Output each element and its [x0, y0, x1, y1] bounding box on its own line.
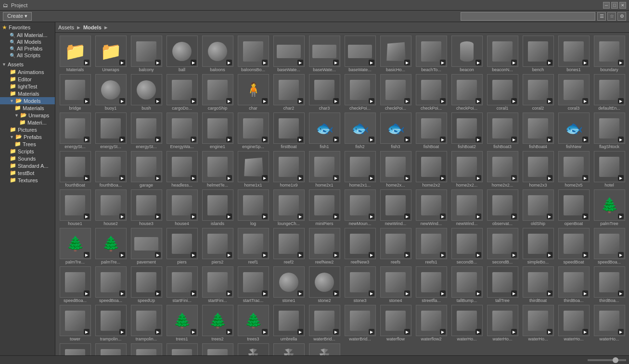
play-button[interactable]: ▶ — [226, 290, 232, 296]
asset-item[interactable]: ▶beaconN... — [486, 36, 519, 72]
asset-item[interactable]: ▶stone1 — [272, 266, 306, 303]
play-button[interactable]: ▶ — [369, 329, 374, 335]
asset-item[interactable]: ▶startFini... — [165, 266, 199, 303]
play-button[interactable]: ▶ — [404, 213, 410, 219]
asset-item[interactable]: 🌲▶palmTre... — [94, 228, 128, 264]
asset-item[interactable]: ▶secondB... — [486, 228, 519, 264]
play-button[interactable]: ▶ — [511, 329, 517, 335]
play-button[interactable]: ▶ — [297, 60, 303, 65]
play-button[interactable]: ▶ — [297, 175, 303, 181]
asset-item[interactable]: ▶baseWate... — [343, 36, 377, 72]
play-button[interactable]: ▶ — [440, 60, 446, 65]
play-button[interactable]: ▶ — [155, 60, 161, 65]
sidebar-item-prefabs[interactable]: ▼ 📂 Prefabs — [0, 133, 55, 140]
breadcrumb-assets[interactable]: Assets — [58, 25, 74, 30]
play-button[interactable]: ▶ — [440, 175, 446, 181]
play-button[interactable]: ▶ — [547, 175, 552, 181]
play-button[interactable]: ▶ — [262, 329, 268, 335]
play-button[interactable]: ▶ — [404, 98, 410, 104]
asset-item[interactable]: ▶baseWate... — [272, 36, 306, 72]
asset-item[interactable]: ▶fourthBoa... — [94, 151, 128, 188]
play-button[interactable]: ▶ — [582, 213, 588, 219]
asset-item[interactable]: ▶reefs1 — [414, 228, 448, 264]
sidebar-item-models[interactable]: ▼ 📂 Models — [0, 97, 55, 104]
play-button[interactable]: ▶ — [262, 137, 268, 142]
asset-item[interactable]: ▶fishBoat3 — [486, 113, 519, 149]
asset-item[interactable]: ▶speedBoa... — [94, 266, 128, 303]
play-button[interactable]: ▶ — [84, 60, 90, 65]
sidebar-item-all-scripts[interactable]: 🔍 All Scripts — [0, 52, 55, 59]
asset-item[interactable]: ▶fishBoat2 — [450, 113, 484, 149]
asset-item[interactable]: ▶waterHo... — [450, 305, 484, 341]
asset-item[interactable]: ▶fishBoat4 — [521, 113, 555, 149]
asset-item[interactable]: ▶openBoat — [557, 189, 590, 226]
asset-item[interactable]: ▶stone2 — [308, 266, 341, 303]
sidebar-item-editor[interactable]: 📁 Editor — [0, 75, 55, 83]
asset-item[interactable]: ▶bridge — [58, 74, 92, 111]
play-button[interactable]: ▶ — [262, 290, 268, 296]
asset-item[interactable]: ▶waterflow — [379, 305, 412, 341]
play-button[interactable]: ▶ — [119, 175, 125, 181]
play-button[interactable]: ▶ — [84, 175, 90, 181]
asset-item[interactable]: ▶miniPiers — [308, 189, 341, 226]
play-button[interactable]: ▶ — [547, 252, 552, 258]
asset-item[interactable]: ▶energySt... — [129, 113, 163, 149]
play-button[interactable]: ▶ — [226, 98, 232, 104]
play-button[interactable]: ▶ — [618, 98, 624, 104]
play-button[interactable]: ▶ — [191, 137, 196, 142]
play-button[interactable]: ▶ — [440, 98, 446, 104]
play-button[interactable]: ▶ — [119, 60, 125, 65]
asset-item[interactable]: ▶house3 — [129, 189, 163, 226]
asset-item[interactable]: ▶char2 — [272, 74, 306, 111]
asset-item[interactable]: ▶tallBump... — [450, 266, 484, 303]
play-button[interactable]: ▶ — [191, 329, 196, 335]
play-button[interactable]: ▶ — [582, 137, 588, 142]
sidebar-item-animations[interactable]: 📁 Animations — [0, 68, 55, 75]
asset-item[interactable]: ▶simpleBo... — [521, 228, 555, 264]
asset-item[interactable]: ▶engine1 — [201, 113, 234, 149]
asset-item[interactable]: ▶home1x9 — [272, 151, 306, 188]
play-button[interactable]: ▶ — [404, 175, 410, 181]
sidebar-item-unwraps[interactable]: ▼ 📂 Unwraps — [0, 112, 55, 119]
play-button[interactable]: ▶ — [369, 98, 374, 104]
play-button[interactable]: ▶ — [297, 329, 303, 335]
play-button[interactable]: ▶ — [618, 252, 624, 258]
play-button[interactable]: ▶ — [475, 175, 481, 181]
play-button[interactable]: ▶ — [262, 213, 268, 219]
favorites-header[interactable]: ★ Favorites — [0, 23, 55, 32]
asset-item[interactable]: ▶house4 — [165, 189, 199, 226]
play-button[interactable]: ▶ — [582, 175, 588, 181]
asset-item[interactable]: ▶coral2 — [521, 74, 555, 111]
asset-item[interactable]: ▶home1x1 — [236, 151, 270, 188]
asset-item[interactable]: ▶baloons — [201, 36, 234, 72]
asset-item[interactable]: ▶loungeCh... — [272, 189, 306, 226]
asset-item[interactable]: ▶baloonsBo... — [236, 36, 270, 72]
asset-item[interactable]: ▶bones1 — [557, 36, 590, 72]
play-button[interactable]: ▶ — [582, 290, 588, 296]
asset-item[interactable]: ▶thirdBoa... — [592, 266, 626, 303]
play-button[interactable]: ▶ — [119, 98, 125, 104]
sidebar-item-all-prefabs[interactable]: 🔍 All Prefabs — [0, 45, 55, 52]
asset-item[interactable]: ▶char3 — [308, 74, 341, 111]
asset-item[interactable]: ▶log — [236, 189, 270, 226]
sidebar-item-all-models[interactable]: 🔍 All Models — [0, 38, 55, 45]
asset-item[interactable]: ▶thirdBoa... — [557, 266, 590, 303]
asset-item[interactable]: ▶flagShtock — [592, 113, 626, 149]
play-button[interactable]: ▶ — [262, 252, 268, 258]
asset-item[interactable]: ▶fourthBoat — [58, 151, 92, 188]
play-button[interactable]: ▶ — [547, 98, 552, 104]
asset-item[interactable]: ▶baseWate... — [308, 36, 341, 72]
play-button[interactable]: ▶ — [226, 329, 232, 335]
play-button[interactable]: ▶ — [475, 329, 481, 335]
breadcrumb-models[interactable]: Models — [83, 25, 102, 30]
sidebar-item-standard-assets[interactable]: 📁 Standard A... — [0, 162, 55, 169]
play-button[interactable]: ▶ — [404, 329, 410, 335]
asset-item[interactable]: ▶checkPoi... — [379, 74, 412, 111]
asset-item[interactable]: ▶checkPoi... — [450, 74, 484, 111]
play-button[interactable]: ▶ — [475, 290, 481, 296]
play-button[interactable]: ▶ — [155, 175, 161, 181]
asset-item[interactable]: ▶beacon — [450, 36, 484, 72]
play-button[interactable]: ▶ — [191, 213, 196, 219]
play-button[interactable]: ▶ — [582, 60, 588, 65]
play-button[interactable]: ▶ — [582, 98, 588, 104]
